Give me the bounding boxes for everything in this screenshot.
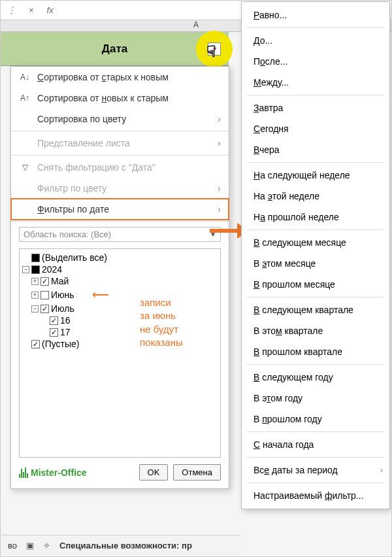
header-cell-text: Дата [102,42,127,56]
tree-label: 16 [60,315,71,326]
sub-this-week[interactable]: На этой неделеНа этой неделе [242,186,389,207]
cancel-button[interactable]: Отмена [173,464,221,481]
tree-label: (Пустые) [42,339,80,349]
tree-year[interactable]: − 2024 [22,263,218,275]
sort-asc-icon: A↓ [19,73,31,82]
tree-label: Май [51,276,69,286]
sub-next-week[interactable]: На следующей неделеНа следующей неделе [242,165,389,186]
anno-arrow-icon: ⟵ [92,288,109,302]
expand-icon[interactable]: + [31,278,39,285]
sheet-view-label: Представление листа [37,138,130,148]
record-icon[interactable]: ▣ [26,541,34,550]
ok-button[interactable]: OK [139,464,169,481]
a11y-icon[interactable]: ✧ [43,541,50,550]
search-placeholder: Область поиска: (Все) [24,229,111,239]
sub-last-year[interactable]: В прошлом годуВ прошлом году [242,409,389,430]
checkbox-partial-icon[interactable] [31,265,40,274]
search-area: Область поиска: (Все) ▼ [11,223,229,246]
cursor-hand-icon: ☟ [206,42,216,61]
sheet-view: Представление листа › [11,133,229,154]
logo: Mister-Office [19,467,87,478]
checkbox-checked-icon[interactable] [31,340,40,348]
filter-color-label: Фильтр по цвету [37,183,106,194]
annotation-text: записи за июнь не будут показаны [140,296,218,349]
sub-next-quarter[interactable]: В следующем кварталеВ следующем квартале [242,299,389,320]
button-row: Mister-Office OK Отмена [11,458,229,488]
sub-all-period[interactable]: Все даты за период›Все даты за период [242,460,389,481]
sub-next-year[interactable]: В следующем годуВ следующем году [242,367,389,388]
sub-this-month[interactable]: В этом месяцеВ этом месяце [242,253,389,274]
tree-label: 2024 [42,264,62,275]
sort-by-color[interactable]: Сортировка по цвету › [11,109,229,129]
checkbox-checked-icon[interactable] [50,328,58,337]
tree-label: Июль [51,303,74,314]
sub-after[interactable]: После...После... [242,51,389,72]
funnel-clear-icon: ▽ [19,163,31,172]
sort-desc[interactable]: A↑ Сортировка от новых к старым Сортиров… [11,88,229,109]
chevron-right-icon: › [218,138,221,148]
autofilter-dropdown: A↓ ССортировка от старых к новымортировк… [10,66,229,489]
status-bar: во ▣ ✧ Специальные возможности: пр [1,535,240,556]
sub-last-month[interactable]: В прошлом месяцеВ прошлом месяце [242,274,389,295]
checkbox-unchecked-icon[interactable] [41,291,49,299]
logo-bars-icon [19,467,28,478]
sub-tomorrow[interactable]: ЗавтраЗавтра [242,97,389,118]
filter-by-color: Фильтр по цвету › [11,178,229,199]
chevron-right-icon: › [218,114,221,124]
highlight-circle: ▾ ☟ [196,31,233,67]
sort-color-label: Сортировка по цвету [37,114,126,124]
tree-label: Июнь [51,290,74,300]
clear-filter: ▽ Снять фильтрацию с "Дата" [11,157,229,178]
sub-custom[interactable]: Настраиваемый фильтр...Настраиваемый фил… [242,485,389,506]
tree-label: (Выделить все) [42,252,107,263]
expand-icon[interactable]: + [31,292,39,299]
search-input[interactable]: Область поиска: (Все) ▼ [19,227,221,242]
filter-by-date[interactable]: Фильтры по дате Фильтры по дате › [11,199,229,220]
checkbox-checked-icon[interactable] [41,277,49,286]
sub-last-quarter[interactable]: В прошлом кварталеВ прошлом квартале [242,341,389,362]
clear-filter-label: Снять фильтрацию с "Дата" [37,162,155,173]
sub-last-week[interactable]: На прошлой неделеНа прошлой неделе [242,207,389,228]
checkbox-checked-icon[interactable] [41,305,49,313]
tree-select-all[interactable]: (Выделить все) [22,252,218,263]
sort-asc[interactable]: A↓ ССортировка от старых к новымортировк… [11,67,229,88]
sub-this-year[interactable]: В этом годуВ этом году [242,388,389,409]
checkbox-partial-icon[interactable] [31,254,40,262]
sub-equals[interactable]: Равно...Равно... [242,5,389,25]
sub-today[interactable]: СегодняСегодня [242,118,389,139]
tree-label: 17 [60,327,71,337]
checkbox-checked-icon[interactable] [50,316,58,325]
filter-date-label: Фильтры по дате [37,204,109,214]
sub-between[interactable]: Между...Между... [242,72,389,93]
sub-before[interactable]: До...До... [242,30,389,51]
sub-ytd[interactable]: С начала годаС начала года [242,434,389,455]
logo-text: Mister-Office [31,467,87,478]
chevron-right-icon: › [380,465,383,475]
sub-next-month[interactable]: В следующем месяцеВ следующем месяце [242,232,389,253]
chevron-right-icon: › [218,183,221,194]
formula-sep: ⋮ [7,5,16,15]
fx-label: fx [47,5,54,15]
collapse-icon[interactable]: − [31,305,39,312]
chevron-right-icon: › [218,204,221,214]
sub-yesterday[interactable]: ВчераВчера [242,139,389,160]
column-letter: A [193,20,199,29]
filter-tree[interactable]: (Выделить все) − 2024 + Май + Июнь ⟵ − И… [19,248,221,458]
sub-this-quarter[interactable]: В этом кварталеВ этом квартале [242,320,389,341]
status-left: во [8,541,17,550]
date-filter-submenu: Равно...Равно... До...До... После...Посл… [241,1,390,509]
header-cell[interactable]: Дата ▾ ☟ [1,32,229,66]
sort-desc-icon: A↑ [19,93,31,103]
tree-may[interactable]: + Май [31,275,218,287]
collapse-icon[interactable]: − [22,266,29,273]
formula-x: × [29,5,34,15]
a11y-text: Специальные возможности: пр [59,541,192,550]
